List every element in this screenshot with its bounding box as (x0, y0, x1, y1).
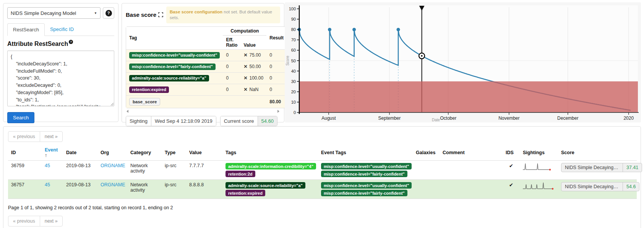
svg-text:0: 0 (294, 110, 296, 115)
bs-total-row: base_score 80.00 (126, 95, 287, 108)
cell-galaxies (413, 180, 440, 199)
pagination-top: « previous next » (8, 131, 63, 142)
scroll-right-icon (277, 110, 279, 113)
tag-badge: admiralty-scale:source-reliability="a" (129, 75, 209, 81)
sighting-label: Sighting (126, 116, 151, 126)
cell-comment (440, 161, 503, 180)
decay-chart[interactable]: 0102030405060708090100AugustSeptemberOct… (285, 2, 641, 122)
model-select[interactable]: NIDS Simple Decaying Model ▼ (7, 7, 101, 19)
restsearch-query-input[interactable]: { "includeDecayScore": 1, "includeFullMo… (7, 50, 114, 106)
base-score-total-badge: base_score (129, 98, 160, 106)
search-button[interactable]: Search (7, 112, 34, 123)
cell-score: NIDS Simple Decaying … 37.41 (558, 161, 637, 180)
bs-value: ✕50.00 (240, 61, 266, 72)
cell-sightings (520, 180, 558, 199)
next-page-button[interactable]: next » (40, 131, 63, 142)
svg-text:90: 90 (291, 17, 296, 21)
event-link[interactable]: 45 (45, 182, 50, 187)
tag-badge[interactable]: admiralty-scale:information-credibility=… (225, 163, 316, 169)
svg-text:40: 40 (291, 69, 296, 73)
bs-row: admiralty-scale:source-reliability="a" 0… (126, 72, 287, 84)
col-header-event-tags: Event Tags (318, 145, 413, 161)
cell-org: ORGNAME (97, 161, 127, 180)
sort-asc-icon: ↑ (45, 153, 47, 158)
score-value: 37.41 (623, 163, 642, 172)
cell-event-tags: misp:confidence-level="usually-confident… (318, 180, 413, 199)
col-header-event[interactable]: Event ↑ (42, 145, 63, 161)
col-header-value[interactable]: Value (186, 145, 222, 161)
sighting-point (352, 28, 356, 31)
tag-badge[interactable]: misp:confidence-level="usually-confident… (321, 163, 412, 169)
svg-text:November: November (498, 116, 519, 121)
tag-badge[interactable]: misp:confidence-level="usually-confident… (321, 182, 412, 189)
cell-event: 45 (42, 161, 63, 180)
svg-text:September: September (378, 116, 401, 121)
col-header-category[interactable]: Category (127, 145, 162, 161)
svg-text:2020: 2020 (623, 116, 634, 121)
col-header-ids[interactable]: IDS (503, 145, 520, 161)
x-axis-label: Date (432, 118, 440, 122)
threshold-zone (299, 81, 638, 112)
score-value: 54.6 (623, 182, 639, 191)
pagination-bottom: « previous next » (8, 216, 63, 226)
col-header-type[interactable]: Type (162, 145, 186, 161)
model-panel: NIDS Simple Decaying Model ▼ ? RestSearc… (3, 3, 118, 122)
model-help-button[interactable]: ? (103, 7, 114, 19)
table-row: 36757 45 2019-08-13 ORGNAME Network acti… (8, 180, 637, 199)
tag-badge[interactable]: misp:confidence-level="fairly-confident" (321, 171, 407, 177)
cell-value: 8.8.8.8 (186, 180, 222, 199)
previous-page-button[interactable]: « previous (8, 216, 40, 226)
base-score-table: Tag Computation Result Eff. Ratio Value … (126, 26, 287, 108)
model-select-value: NIDS Simple Decaying Model (11, 10, 76, 16)
cell-galaxies (413, 161, 440, 180)
event-link[interactable]: 45 (45, 163, 50, 168)
col-header-comment[interactable]: Comment (440, 145, 503, 161)
current-score-value: 54.60 (258, 116, 277, 126)
tab-restsearch[interactable]: RestSearch (7, 23, 45, 36)
bs-eff-ratio: 0 (223, 84, 240, 95)
cell-tags: admiralty-scale:source-reliability="a" r… (222, 180, 318, 199)
bs-eff-ratio: 0 (223, 61, 240, 72)
bs-value: ✕75.00 (240, 49, 266, 61)
tag-badge[interactable]: misp:confidence-level="fairly-confident" (321, 190, 407, 196)
previous-page-button[interactable]: « previous (8, 131, 40, 142)
sighting-date: Wed Sep 4 12:18:09 2019 (151, 116, 216, 126)
cell-org: ORGNAME (97, 180, 127, 199)
y-axis-label: Score (286, 55, 290, 66)
sightings-sparkline (523, 182, 555, 191)
base-score-alert: Base score configuration not set. But de… (166, 7, 280, 23)
tab-specific-id[interactable]: Specific ID (45, 23, 79, 36)
bs-row: misp:confidence-level="fairly-confident"… (126, 61, 287, 72)
check-icon: ✔ (506, 163, 517, 169)
sighting-point (328, 28, 331, 31)
svg-text:10: 10 (291, 100, 296, 104)
horizontal-scrollbar[interactable] (126, 109, 280, 114)
col-header-galaxies: Galaxies (413, 145, 440, 161)
tag-badge: retention:expired (129, 86, 169, 93)
col-header-score[interactable]: Score (558, 145, 637, 161)
bs-result: 0 (266, 49, 287, 61)
multiply-icon: ✕ (243, 75, 247, 81)
restsearch-heading: Attribute RestSearch ? (7, 41, 114, 47)
score-model-label: NIDS Simple Decaying … (561, 182, 623, 191)
col-header-tags: Tags (222, 145, 318, 161)
tag-badge[interactable]: retention:2d (225, 171, 255, 177)
expand-icon[interactable] (158, 12, 163, 17)
cell-sightings (520, 161, 558, 180)
cell-id: 36757 (8, 180, 42, 199)
current-score-group: Current score 54.60 (220, 116, 277, 126)
svg-text:December: December (557, 116, 578, 121)
chevron-down-icon: ▼ (94, 11, 97, 15)
current-score-label: Current score (221, 116, 258, 126)
bs-col-value: Value (240, 36, 266, 49)
col-header-date[interactable]: Date (63, 145, 97, 161)
tag-badge[interactable]: admiralty-scale:source-reliability="a" (225, 182, 305, 189)
sighting-date-group: Sighting Wed Sep 4 12:18:09 2019 (126, 116, 216, 126)
tag-badge: misp:confidence-level="usually-confident… (129, 52, 220, 59)
cell-category: Network activity (127, 180, 162, 199)
col-header-org[interactable]: Org (97, 145, 127, 161)
org-link[interactable]: ORGNAME (101, 163, 125, 168)
next-page-button[interactable]: next » (40, 216, 63, 226)
org-link[interactable]: ORGNAME (101, 182, 125, 187)
tag-badge[interactable]: retention:expired (225, 190, 265, 196)
